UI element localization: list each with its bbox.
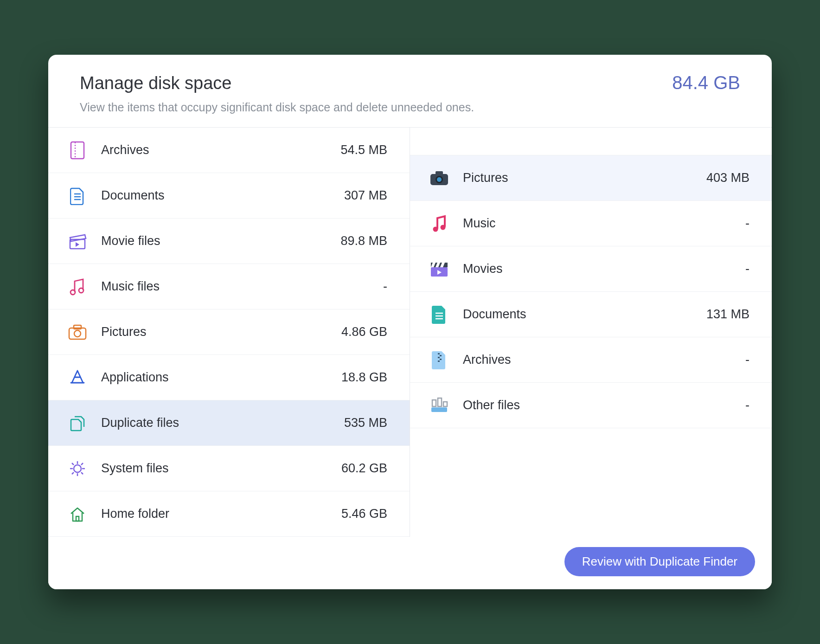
svg-rect-0 <box>71 142 84 159</box>
row-duplicate-files[interactable]: Duplicate files535 MB <box>48 400 410 446</box>
body: Archives54.5 MBDocuments307 MBMovie file… <box>48 127 772 537</box>
row-size: 131 MB <box>706 307 750 322</box>
row-music-files[interactable]: Music files- <box>48 264 410 309</box>
svg-rect-23 <box>436 171 443 175</box>
row-size: - <box>745 262 750 276</box>
row-size: 307 MB <box>344 188 387 203</box>
svg-line-19 <box>72 472 74 474</box>
svg-rect-9 <box>69 328 86 339</box>
svg-marker-6 <box>76 242 79 247</box>
svg-point-11 <box>74 330 81 337</box>
svg-point-12 <box>74 465 81 472</box>
header: Manage disk space 84.4 GB View the items… <box>48 55 772 127</box>
row-pictures[interactable]: Pictures4.86 GB <box>48 309 410 355</box>
row-label: Duplicate files <box>101 416 344 430</box>
row-size: 60.2 GB <box>341 461 387 476</box>
row-movie-files[interactable]: Movie files89.8 MB <box>48 219 410 264</box>
row-label: Home folder <box>101 507 341 521</box>
other-icon <box>429 395 450 416</box>
row-label: System files <box>101 461 341 476</box>
row-other-files[interactable]: Other files- <box>410 383 772 428</box>
svg-point-27 <box>441 225 446 230</box>
app-icon <box>67 367 88 388</box>
row-size: - <box>745 216 750 231</box>
music-icon <box>67 276 88 297</box>
row-label: Other files <box>463 398 745 412</box>
header-top: Manage disk space 84.4 GB <box>80 72 740 93</box>
svg-point-26 <box>433 226 438 232</box>
row-documents[interactable]: Documents307 MB <box>48 173 410 219</box>
row-size: - <box>745 353 750 367</box>
row-size: 535 MB <box>344 416 387 430</box>
system-icon <box>67 458 88 479</box>
row-label: Music files <box>101 279 383 294</box>
spacer <box>410 128 772 155</box>
svg-rect-36 <box>438 353 440 354</box>
row-label: Archives <box>463 353 745 367</box>
row-label: Movies <box>463 262 745 276</box>
svg-rect-40 <box>438 361 440 362</box>
music-note-icon <box>429 213 450 234</box>
svg-line-17 <box>72 463 74 465</box>
picture-icon <box>67 322 88 343</box>
svg-point-25 <box>437 177 442 182</box>
svg-point-7 <box>70 290 75 295</box>
disk-space-window: Manage disk space 84.4 GB View the items… <box>48 55 772 589</box>
row-system-files[interactable]: System files60.2 GB <box>48 446 410 491</box>
row-size: - <box>745 398 750 412</box>
svg-line-18 <box>81 472 83 474</box>
row-size: 4.86 GB <box>341 325 387 339</box>
row-music[interactable]: Music- <box>410 201 772 246</box>
svg-rect-10 <box>74 325 81 329</box>
svg-rect-38 <box>438 357 440 358</box>
row-size: 54.5 MB <box>340 143 387 157</box>
category-list: Archives54.5 MBDocuments307 MBMovie file… <box>48 128 410 537</box>
archive-icon <box>67 140 88 161</box>
row-label: Pictures <box>101 325 341 339</box>
svg-rect-42 <box>432 400 436 406</box>
row-label: Archives <box>101 143 340 157</box>
svg-line-20 <box>81 463 83 465</box>
document-icon <box>67 185 88 206</box>
row-label: Applications <box>101 370 341 385</box>
row-size: 89.8 MB <box>340 234 387 248</box>
row-archives[interactable]: Archives54.5 MB <box>48 128 410 173</box>
row-size: 403 MB <box>706 171 750 185</box>
row-label: Pictures <box>463 171 706 185</box>
row-label: Documents <box>463 307 706 322</box>
row-size: 18.8 GB <box>341 370 387 385</box>
page-title: Manage disk space <box>80 73 231 93</box>
row-label: Documents <box>101 188 344 203</box>
row-label: Movie files <box>101 234 340 248</box>
footer: Review with Duplicate Finder <box>48 537 772 589</box>
svg-rect-41 <box>431 407 447 412</box>
row-label: Music <box>463 216 745 231</box>
row-size: 5.46 GB <box>341 507 387 521</box>
svg-rect-44 <box>443 402 447 406</box>
camera-icon <box>429 167 450 189</box>
doc-solid-icon <box>429 304 450 325</box>
total-size: 84.4 GB <box>672 72 740 93</box>
row-home-folder[interactable]: Home folder5.46 GB <box>48 491 410 537</box>
row-pictures[interactable]: Pictures403 MB <box>410 155 772 201</box>
row-movies[interactable]: Movies- <box>410 246 772 292</box>
svg-rect-21 <box>76 516 79 521</box>
row-size: - <box>383 279 387 294</box>
svg-point-8 <box>79 288 83 293</box>
row-archives[interactable]: Archives- <box>410 337 772 383</box>
review-button[interactable]: Review with Duplicate Finder <box>564 547 755 576</box>
page-subtitle: View the items that occupy significant d… <box>80 101 740 114</box>
movie-icon <box>67 231 88 252</box>
duplicate-icon <box>67 412 88 434</box>
home-icon <box>67 503 88 525</box>
row-applications[interactable]: Applications18.8 GB <box>48 355 410 400</box>
svg-rect-39 <box>440 359 442 360</box>
zip-icon <box>429 349 450 371</box>
svg-rect-37 <box>440 355 442 356</box>
subcategory-list: Pictures403 MBMusic-Movies-Documents131 … <box>410 128 772 537</box>
clapper-icon <box>429 258 450 280</box>
row-documents[interactable]: Documents131 MB <box>410 292 772 337</box>
svg-rect-43 <box>438 398 442 406</box>
